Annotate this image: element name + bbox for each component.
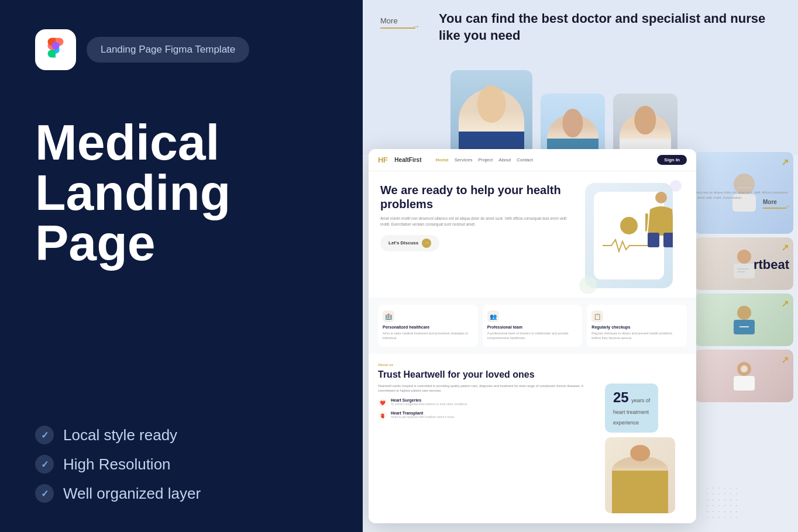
hero-title: We are ready to help your health problem…	[380, 183, 576, 211]
svg-rect-2	[737, 187, 751, 188]
heartbeat-label: rtbeat	[754, 257, 789, 272]
features-list: Local style ready High Resolution Well o…	[35, 426, 328, 503]
years-badge: 25 years ofheart treatmentexperience	[605, 384, 658, 433]
svg-rect-11	[734, 376, 755, 391]
svg-point-12	[741, 365, 748, 372]
svg-point-3	[737, 250, 751, 264]
person-figure-svg	[645, 189, 673, 247]
check-icon-well-organized	[35, 484, 54, 503]
figma-logo	[35, 29, 76, 70]
mockup-hero: We are ready to help your health problem…	[369, 171, 696, 298]
mockup-logo: HF	[378, 156, 387, 164]
main-title: Medical Landing Page	[35, 117, 328, 268]
tagline-text: You can find the best doctor and special…	[439, 11, 780, 44]
mockup-nav: HF HealtFirst Home Services Project Abou…	[369, 149, 696, 171]
hero-text-side: We are ready to help your health problem…	[380, 183, 576, 251]
svg-rect-4	[734, 264, 755, 278]
elderly-doctor-illustration	[727, 358, 762, 393]
discuss-button-icon: →	[422, 239, 431, 248]
about-illustration: 25 years ofheart treatmentexperience	[605, 384, 687, 513]
feature-item-local-style: Local style ready	[35, 426, 328, 444]
doctor-smile-illustration	[727, 302, 762, 337]
nav-link-contact[interactable]: Contact	[517, 157, 533, 163]
top-row: Landing Page Figma Template	[35, 29, 328, 70]
discuss-button[interactable]: Let's Discuss →	[380, 235, 439, 251]
svg-rect-6	[737, 271, 745, 272]
hero-description: Amet minim mollit non deserunt ullamco e…	[380, 216, 576, 228]
arrow-icon-1: ↗	[781, 157, 789, 168]
nav-link-services[interactable]: Services	[455, 157, 473, 163]
personalized-icon: 🏥	[383, 310, 394, 322]
heart-surgeries-icon: ❤️	[378, 398, 387, 407]
left-panel: Landing Page Figma Template Medical Land…	[0, 0, 363, 532]
svg-line-16	[645, 215, 646, 230]
decorative-dots	[704, 485, 739, 520]
mockup-brand: HealtFirst	[394, 157, 421, 163]
nav-link-about[interactable]: About	[498, 157, 511, 163]
arrow-icon-3: ↗	[781, 298, 789, 309]
mockup-signin-button[interactable]: Sign In	[657, 155, 687, 165]
website-mockup: HF HealtFirst Home Services Project Abou…	[369, 149, 696, 523]
check-icon-local-style	[35, 426, 54, 444]
feature-card-personalized: 🏥 Personalized healthcare Aims to tailor…	[378, 305, 478, 347]
checkups-icon: 📋	[591, 310, 603, 322]
svg-rect-5	[737, 268, 749, 270]
svg-rect-14	[648, 233, 659, 247]
nav-link-project[interactable]: Project	[478, 157, 493, 163]
feature-card-professional: 👥 Professional team A professional team …	[483, 305, 583, 347]
arrow-line-icon	[380, 27, 415, 29]
mockup-nav-links: Home Services Project About Contact	[435, 157, 532, 163]
arrow-icon-2: ↗	[781, 242, 789, 253]
thumbnail-4: ↗	[694, 350, 793, 402]
service-heart-surgeries: ❤️ Heart Surgeries To correct congenital…	[378, 398, 596, 407]
arrow-icon-4: ↗	[781, 354, 789, 365]
svg-rect-15	[663, 233, 673, 247]
about-content: Heartwell cardio hospital is committed t…	[378, 384, 687, 513]
about-text-side: Heartwell cardio hospital is committed t…	[378, 384, 596, 513]
mockup-about: About us Trust Heartwell for your loved …	[369, 354, 696, 520]
check-icon-high-res	[35, 455, 54, 474]
more-right-link: More	[763, 199, 786, 209]
thumbnail-3: ↗	[694, 293, 793, 346]
hero-illustration	[585, 183, 685, 288]
nav-link-home[interactable]: Home	[435, 157, 448, 163]
svg-point-7	[737, 306, 751, 320]
about-person-illustration	[605, 437, 675, 513]
phone-illustration	[585, 183, 673, 288]
template-badge: Landing Page Figma Template	[87, 37, 249, 63]
feature-item-high-res: High Resolution	[35, 455, 328, 474]
doctors-section: More You can find the best doctor and sp…	[363, 0, 798, 155]
feature-cards: 🏥 Personalized healthcare Aims to tailor…	[369, 298, 696, 354]
professional-icon: 👥	[487, 310, 499, 322]
more-link-top: More	[380, 16, 415, 29]
svg-point-13	[655, 192, 667, 203]
feature-item-well-organized: Well organized layer	[35, 484, 328, 503]
phone-avatar	[620, 217, 638, 234]
right-panel: More You can find the best doctor and sp…	[363, 0, 798, 532]
feature-card-checkups: 📋 Regularly checkups Regular checkups to…	[587, 305, 687, 347]
heart-transplant-icon: 🫀	[378, 411, 387, 420]
service-heart-transplant: 🫀 Heart Transplant Heart to get replaced…	[378, 411, 596, 420]
more-right-arrow-icon	[763, 208, 786, 209]
